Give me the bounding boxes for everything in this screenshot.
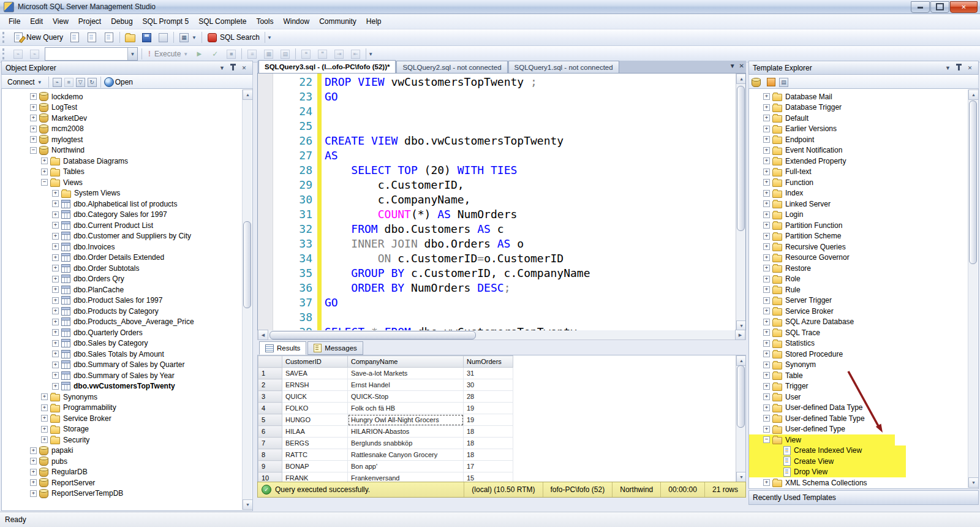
expand-icon[interactable]: + — [30, 104, 37, 111]
expand-icon[interactable]: + — [763, 351, 770, 357]
scroll-down-icon[interactable]: ▼ — [736, 472, 746, 482]
tree-item-marketdev[interactable]: +MarketDev — [2, 113, 252, 124]
active-files-dropdown-icon[interactable]: ▼ — [729, 63, 736, 69]
menu-item-view[interactable]: View — [48, 15, 74, 28]
expand-icon[interactable]: + — [763, 126, 770, 132]
stop-icon[interactable]: ■ — [64, 78, 74, 87]
expand-icon[interactable]: + — [763, 265, 770, 271]
cell[interactable]: 30 — [464, 379, 513, 391]
editor-vscrollbar[interactable]: ▲ ▼ — [736, 74, 745, 331]
tree-item-xml-schema-collections[interactable]: +XML Schema Collections — [749, 477, 978, 488]
close-panel-icon[interactable]: ✕ — [965, 64, 974, 72]
open-file-button[interactable] — [122, 31, 138, 44]
expand-icon[interactable]: + — [52, 329, 59, 336]
scroll-thumb[interactable] — [243, 221, 251, 308]
expand-icon[interactable]: + — [763, 276, 770, 282]
cell[interactable]: 18 — [464, 438, 513, 449]
expand-icon[interactable]: + — [41, 415, 48, 422]
cancel-query-button[interactable]: ■ — [223, 47, 239, 61]
expand-icon[interactable]: + — [763, 136, 770, 143]
table-row[interactable]: 7BERGSBerglunds snabbköp18 — [258, 438, 513, 449]
comment-button[interactable]: ❝ — [298, 47, 314, 61]
tree-item-server-trigger[interactable]: +Server Trigger — [749, 295, 978, 306]
tree-item-resource-governor[interactable]: +Resource Governor — [749, 252, 978, 264]
parse-button[interactable]: ✓ — [207, 47, 223, 61]
expand-icon[interactable]: + — [763, 254, 770, 261]
scroll-thumb[interactable] — [737, 365, 745, 428]
expand-icon[interactable]: + — [763, 222, 770, 229]
cell[interactable]: 31 — [464, 368, 513, 379]
connect-query-button[interactable]: ⌁ — [10, 47, 26, 61]
expand-icon[interactable]: + — [52, 383, 59, 390]
menu-item-project[interactable]: Project — [74, 15, 106, 28]
cell[interactable]: ERNSH — [282, 379, 348, 391]
editor-tab-sqlquery2-sql[interactable]: SQLQuery2.sql - not connected — [396, 61, 507, 73]
cell[interactable]: 18 — [464, 449, 513, 461]
window-position-icon[interactable]: ▼ — [943, 64, 952, 72]
tree-item-dbo-order-details-extended[interactable]: +dbo.Order Details Extended — [2, 252, 252, 264]
tree-item-dbo-alphabetical-list-of-products[interactable]: +dbo.Alphabetical list of products — [2, 199, 252, 210]
cell[interactable]: Bon app' — [348, 461, 464, 472]
tree-item-regulardb[interactable]: +RegularDB — [2, 467, 252, 478]
tree-item-full-text[interactable]: +Full-text — [749, 167, 978, 178]
table-row[interactable]: 9BONAPBon app'17 — [258, 461, 513, 472]
tree-item-lockdemo[interactable]: +lockdemo — [2, 91, 252, 102]
minimize-button[interactable] — [911, 1, 930, 13]
maximize-button[interactable] — [930, 1, 949, 13]
expand-icon[interactable]: + — [52, 340, 59, 347]
tree-item-dbo-sales-totals-by-amount[interactable]: +dbo.Sales Totals by Amount — [2, 349, 252, 360]
collapse-icon[interactable]: − — [30, 147, 37, 154]
tree-item-logtest[interactable]: +LogTest — [2, 102, 252, 113]
row-number[interactable]: 4 — [258, 403, 282, 414]
row-number[interactable]: 3 — [258, 391, 282, 403]
tree-item-event-notification[interactable]: +Event Notification — [749, 145, 978, 156]
cell[interactable]: Save-a-lot Markets — [348, 368, 464, 379]
editor-hscrollbar[interactable]: ◀ ▶ — [257, 330, 746, 340]
tree-item-dbo-product-sales-for-1997[interactable]: +dbo.Product Sales for 1997 — [2, 295, 252, 306]
results-to-grid-button[interactable]: ▦ — [260, 47, 277, 61]
tree-item-views[interactable]: −Views — [2, 177, 252, 188]
tree-item-reportserver[interactable]: +ReportServer — [2, 477, 252, 488]
menu-item-community[interactable]: Community — [314, 15, 361, 28]
expand-icon[interactable]: + — [763, 157, 770, 164]
cell[interactable]: RATTC — [282, 449, 348, 461]
tree-item-dbo-summary-of-sales-by-quarter[interactable]: +dbo.Summary of Sales by Quarter — [2, 360, 252, 371]
table-row[interactable]: 5HUNGOHungry Owl All-Night Grocers19 — [258, 414, 513, 426]
tree-item-dbo-invoices[interactable]: +dbo.Invoices — [2, 241, 252, 252]
menu-item-tools[interactable]: Tools — [251, 15, 278, 28]
menu-item-window[interactable]: Window — [278, 15, 314, 28]
expand-icon[interactable]: + — [30, 126, 37, 132]
cell[interactable]: Hungry Owl All-Night Grocers — [348, 414, 464, 426]
expand-icon[interactable]: + — [52, 372, 59, 379]
print-button[interactable] — [155, 31, 172, 44]
pin-icon[interactable] — [954, 64, 963, 72]
tree-item-system-views[interactable]: +System Views — [2, 188, 252, 199]
tree-item-create-view[interactable]: Create View — [749, 456, 906, 467]
tree-item-sql-trace[interactable]: +SQL Trace — [749, 327, 978, 338]
expand-icon[interactable]: + — [52, 265, 59, 271]
code-editor[interactable]: 222324252627282930313233343536373839 DRO… — [257, 73, 746, 332]
cell[interactable]: QUICK — [282, 391, 348, 403]
tree-item-view[interactable]: −View — [749, 434, 895, 445]
cell[interactable]: 19 — [464, 403, 513, 414]
tree-item-synonym[interactable]: +Synonym — [749, 360, 978, 371]
open-button[interactable]: Open — [115, 78, 133, 86]
tree-item-earlier-versions[interactable]: +Earlier Versions — [749, 124, 978, 135]
debug-button[interactable]: ▶ — [191, 47, 207, 61]
uncomment-button[interactable]: ❞ — [314, 47, 331, 61]
combo-dropdown-icon[interactable]: ▼ — [127, 48, 137, 60]
tree-item-restore[interactable]: +Restore — [749, 263, 978, 274]
expand-icon[interactable]: + — [52, 276, 59, 282]
results-scrollbar[interactable]: ▲ ▼ — [736, 355, 745, 482]
tree-item-pubs[interactable]: +pubs — [2, 456, 252, 467]
vertical-splitter[interactable] — [253, 61, 257, 512]
refresh-icon[interactable]: ↻ — [88, 78, 97, 87]
expand-icon[interactable]: + — [41, 404, 48, 411]
tree-item-dbo-plancache[interactable]: +dbo.PlanCache — [2, 284, 252, 295]
tree-item-recursive-queries[interactable]: +Recursive Queries — [749, 241, 978, 252]
table-row[interactable]: 8RATTCRattlesnake Canyon Grocery18 — [258, 449, 513, 461]
tree-item-northwind[interactable]: −Northwind — [2, 145, 252, 156]
expand-icon[interactable]: + — [52, 297, 59, 304]
toolbar-grip2[interactable] — [2, 48, 7, 59]
table-row[interactable]: 1SAVEASave-a-lot Markets31 — [258, 368, 513, 379]
